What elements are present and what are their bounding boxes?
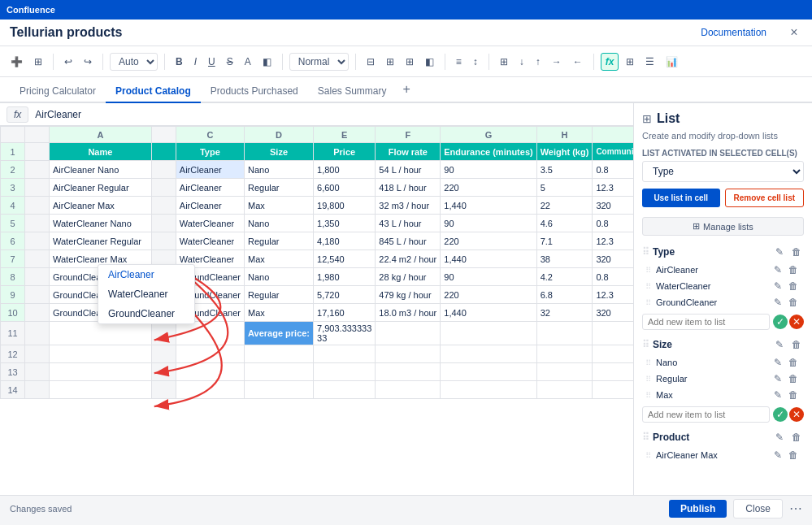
dropdown-item-watercleaner[interactable]: WaterCleaner: [98, 284, 194, 304]
add-tab-button[interactable]: +: [396, 77, 416, 102]
table-row[interactable]: 2AirCleaner NanoAirCleanerNano1,80054 L …: [1, 161, 634, 179]
remove-list-button[interactable]: Remove cell list: [725, 189, 805, 207]
cell-endurance[interactable]: 220: [441, 179, 536, 197]
row-num-3[interactable]: 3: [1, 179, 25, 197]
dropdown-item-groundcleaner[interactable]: GroundCleaner: [98, 304, 194, 323]
cell-flow[interactable]: 43 L / hour: [376, 215, 441, 232]
cell-type[interactable]: WaterCleaner: [176, 232, 244, 250]
row-num-2[interactable]: 2: [1, 161, 25, 179]
col-header-i[interactable]: I: [593, 127, 633, 143]
cell-type[interactable]: AirCleaner: [176, 179, 244, 197]
cell-weight[interactable]: 4.6: [536, 215, 593, 232]
format-btn-1[interactable]: ⊟: [363, 54, 379, 70]
insert-row-btn[interactable]: ↓: [515, 54, 528, 70]
cell-price[interactable]: 5,720: [314, 286, 376, 304]
table-btn[interactable]: ⊞: [622, 54, 638, 70]
window-close-button[interactable]: ×: [786, 24, 802, 41]
cell-comm[interactable]: 320: [593, 304, 633, 322]
cell-name[interactable]: AirCleaner Nano: [50, 161, 152, 179]
cell-type[interactable]: AirCleaner: [176, 161, 244, 179]
nav-cell-9[interactable]: [25, 286, 50, 304]
publish-button[interactable]: Publish: [669, 500, 727, 518]
more-options-button[interactable]: ⋯: [789, 501, 802, 516]
cell-price[interactable]: 1,350: [314, 215, 376, 232]
nav-cell-8[interactable]: [25, 268, 50, 286]
size-add-item-input[interactable]: [642, 406, 770, 423]
size-add-cancel-btn[interactable]: ✕: [789, 407, 804, 422]
cell-sep[interactable]: [151, 161, 176, 179]
nav-cell-10[interactable]: [25, 304, 50, 322]
col-header-a[interactable]: A: [50, 127, 152, 143]
cell-comm[interactable]: 12.3: [593, 179, 633, 197]
cell-sep[interactable]: [151, 232, 176, 250]
nav-cell-6[interactable]: [25, 232, 50, 250]
cell-weight[interactable]: 7.1: [536, 232, 593, 250]
cell-endurance[interactable]: 220: [441, 286, 536, 304]
type-dropdown[interactable]: AirCleaner WaterCleaner GroundCleaner: [98, 264, 195, 324]
cell-endurance[interactable]: 1,440: [441, 250, 536, 268]
col-header-b[interactable]: [151, 127, 176, 143]
cell-comm[interactable]: 320: [593, 197, 633, 215]
nav-cell-4[interactable]: [25, 197, 50, 215]
type-edit-button[interactable]: ✎: [773, 245, 786, 258]
col-header-e[interactable]: E: [314, 127, 376, 143]
strikethrough-button[interactable]: S: [223, 54, 237, 70]
cell-price[interactable]: 1,800: [314, 161, 376, 179]
row-num-8[interactable]: 8: [1, 268, 25, 286]
cell-weight[interactable]: 5: [536, 179, 593, 197]
row-num-9[interactable]: 9: [1, 286, 25, 304]
close-button[interactable]: Close: [733, 499, 783, 518]
aircleaner-delete-btn[interactable]: 🗑: [786, 263, 801, 276]
table-row[interactable]: 8GroundCleaner NanoGroundCleanerNano1,98…: [1, 268, 634, 286]
list-panel-btn[interactable]: ☰: [641, 54, 658, 70]
aircleaner-edit-btn[interactable]: ✎: [771, 263, 784, 276]
underline-button[interactable]: U: [204, 54, 219, 70]
cell-flow[interactable]: 418 L / hour: [376, 179, 441, 197]
col-header-g[interactable]: G: [441, 127, 536, 143]
aircleaner-max-edit-btn[interactable]: ✎: [771, 449, 784, 462]
max-edit-btn[interactable]: ✎: [771, 388, 784, 401]
cell-flow[interactable]: 22.4 m2 / hour: [376, 250, 441, 268]
list-type-select[interactable]: Type: [642, 161, 804, 182]
cell-price[interactable]: 19,800: [314, 197, 376, 215]
table-row[interactable]: 6WaterCleaner RegularWaterCleanerRegular…: [1, 232, 634, 250]
cell-name[interactable]: AirCleaner Max: [50, 197, 152, 215]
cell-endurance[interactable]: 90: [441, 161, 536, 179]
cell-flow[interactable]: 18.0 m3 / hour: [376, 304, 441, 322]
table-row[interactable]: 5WaterCleaner NanoWaterCleanerNano1,3504…: [1, 215, 634, 232]
product-edit-button[interactable]: ✎: [773, 431, 786, 444]
italic-button[interactable]: I: [190, 54, 201, 70]
fx-button[interactable]: fx: [601, 53, 619, 71]
cell-sep[interactable]: [151, 215, 176, 232]
nav-cell-3[interactable]: [25, 179, 50, 197]
text-style-select[interactable]: Normal: [289, 53, 349, 71]
tab-products-purchased[interactable]: Products Purchased: [201, 80, 308, 103]
row-num-5[interactable]: 5: [1, 215, 25, 232]
cell-endurance[interactable]: 220: [441, 232, 536, 250]
cell-comm[interactable]: 320: [593, 250, 633, 268]
cell-size[interactable]: Max: [245, 197, 314, 215]
cell-comm[interactable]: 12.3: [593, 286, 633, 304]
table-row[interactable]: 4AirCleaner MaxAirCleanerMax19,80032 m3 …: [1, 197, 634, 215]
cell-weight[interactable]: 4.2: [536, 268, 593, 286]
cell-name[interactable]: WaterCleaner Nano: [50, 215, 152, 232]
cell-sep[interactable]: [151, 197, 176, 215]
size-edit-button[interactable]: ✎: [773, 338, 786, 351]
regular-edit-btn[interactable]: ✎: [771, 372, 784, 385]
cell-comm[interactable]: 12.3: [593, 232, 633, 250]
watercleaner-edit-btn[interactable]: ✎: [771, 280, 784, 293]
tab-product-catalog[interactable]: Product Catalog: [106, 80, 201, 103]
max-delete-btn[interactable]: 🗑: [786, 388, 801, 401]
col-header-h[interactable]: H: [536, 127, 593, 143]
cell-type[interactable]: AirCleaner: [176, 197, 244, 215]
cell-price[interactable]: 12,540: [314, 250, 376, 268]
tab-sales-summary[interactable]: Sales Summary: [308, 80, 397, 103]
delete-row-btn[interactable]: ↑: [532, 54, 545, 70]
cell-endurance[interactable]: 1,440: [441, 304, 536, 322]
type-delete-button[interactable]: 🗑: [789, 245, 804, 258]
text-color-button[interactable]: A: [241, 54, 255, 70]
cell-endurance[interactable]: 1,440: [441, 197, 536, 215]
groundcleaner-delete-btn[interactable]: 🗑: [786, 296, 801, 309]
table-row[interactable]: 10GroundCleaner MaxGroundCleanerMax17,16…: [1, 304, 634, 322]
chart-btn[interactable]: 📊: [662, 54, 682, 70]
